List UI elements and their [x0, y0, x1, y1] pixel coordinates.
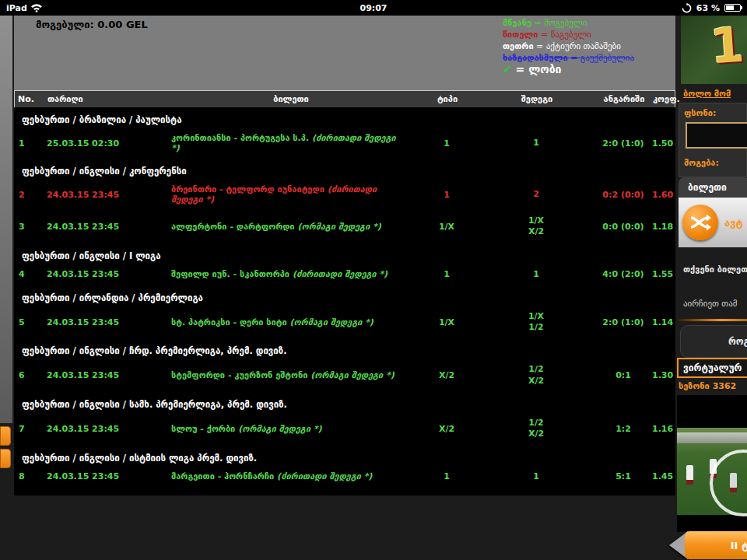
bet-score: 5:1: [594, 471, 652, 481]
bet-result: 1/2 X/2: [478, 418, 594, 440]
match-teams: კორინთიანსი - პორტუგესა ს.პ.: [171, 133, 312, 143]
bet-row[interactable]: 224.03.15 23:45ბრეინთრი - ტელფორდ იუნაიტ…: [14, 179, 675, 210]
winnings-summary: მოგებული: 0.00 GEL: [36, 19, 148, 30]
bet-row[interactable]: 424.03.15 23:45შეფილდ იუნ. - სკანთორპი (…: [14, 264, 675, 285]
legend-item: მწვანე = მოგებული: [503, 17, 634, 29]
bet-coef: 1.14: [652, 317, 678, 327]
bet-row[interactable]: 125.03.15 02:30კორინთიანსი - პორტუგესა ს…: [14, 128, 675, 159]
bet-number: 3: [14, 222, 42, 232]
bet-date: 24.03.15 23:45: [42, 471, 165, 481]
bet-date: 24.03.15 23:45: [42, 317, 165, 327]
legend-definition: = წაგებული: [538, 30, 591, 40]
bet-number: 5: [14, 317, 42, 327]
bet-row[interactable]: 624.03.15 23:45სტემფორდი - კუერზონ ეშტონ…: [14, 359, 675, 392]
bet-date: 24.03.15 23:45: [42, 222, 165, 232]
legend-definition: = მოგებული: [531, 18, 587, 28]
color-legend: მწვანე = მოგებულიწითელი = წაგებულითეთრი …: [503, 17, 634, 75]
bet-pick: 1: [416, 471, 478, 481]
league-header: ფეხბურთი / ირლანდია / პრემიერლიგა: [14, 285, 675, 306]
battery-percent: 63 %: [696, 3, 720, 13]
bet-score: 4:0 (2:0): [594, 269, 652, 279]
bet-row[interactable]: 724.03.15 23:45სლოუ - ქორბი (ორმაგი შედე…: [14, 412, 675, 446]
bet-row[interactable]: 524.03.15 23:45სტ. პატრიკსი - დერი სიტი …: [14, 306, 675, 339]
bet-match: კორინთიანსი - პორტუგესა ს.პ. (ძირითადი შ…: [165, 133, 416, 153]
bet-number: 2: [14, 190, 42, 200]
bet-coef: 1.30: [652, 370, 678, 380]
shuffle-icon[interactable]: [682, 205, 718, 240]
bet-match: ალფერტონი - დარტფორდი (ორმაგი შედეგი *): [165, 222, 416, 232]
bet-type-note: (ორმაგი შედეგი *): [238, 424, 321, 434]
win-label: მოგება:: [684, 158, 719, 168]
league-header: ფეხბურთი / ბრაზილია / პაულისტა: [14, 107, 675, 128]
bet-score: 2:0 (1:0): [594, 138, 652, 149]
bet-pick: X/2: [416, 424, 478, 434]
check-icon: ✔: [503, 63, 512, 75]
last-winners-link[interactable]: ბოლო მომ: [683, 89, 731, 99]
bet-number: 7: [14, 424, 42, 434]
bet-result: 1: [478, 269, 594, 280]
bet-score: 1:2: [594, 424, 652, 434]
legend-item: ხაზგადასმული = გაუქმებულია: [503, 52, 634, 64]
bet-coef: 1.18: [652, 222, 678, 232]
auto-bet-panel[interactable]: ავტ: [679, 198, 747, 247]
bottom-banner[interactable]: II ტ: [685, 531, 747, 559]
league-header: ფეხბურთი / ინგლისი / ჩრდ. პრემიერლიგა, პ…: [14, 338, 675, 359]
left-edge-tab-2[interactable]: [0, 449, 11, 468]
bet-pick: 1/X: [416, 222, 478, 232]
left-edge-tab-1[interactable]: [0, 426, 11, 446]
legend-definition: = აქტიური თამაშები: [534, 41, 621, 51]
bet-result: 1/2 X/2: [478, 364, 594, 387]
promo-banner-image[interactable]: 1: [681, 16, 747, 84]
bet-pick: 1: [416, 138, 478, 149]
bet-score: 0:2 (0:0): [594, 190, 652, 200]
league-header: ფეხბურთი / ინგლისი / ისტმიის ლიგა პრემ. …: [14, 446, 675, 466]
status-bar: iPad 09:07 63 %: [0, 0, 747, 16]
bet-coef: 1.45: [652, 471, 678, 481]
how-to-play-button[interactable]: როგ: [680, 325, 747, 358]
bet-date: 24.03.15 23:45: [42, 424, 165, 434]
ticket-tab[interactable]: ბილეთი: [679, 177, 747, 198]
column-header: შედეგი: [479, 94, 595, 104]
bet-coef: 1.60: [652, 190, 678, 200]
match-teams: ალფერტონი - დარტფორდი: [171, 222, 297, 232]
bet-match: ბრეინთრი - ტელფორდ იუნაიტედი (ძირითადი შ…: [165, 184, 416, 205]
pitch-image: [677, 428, 747, 515]
bet-result: 1/X X/2: [478, 215, 594, 238]
video-thumbnail[interactable]: [677, 395, 747, 532]
bet-row[interactable]: 824.03.15 23:45მარგეითი - ჰორნჩარჩი (ძირ…: [14, 466, 675, 488]
season-label: სეზონი 3362: [679, 381, 736, 391]
bet-row[interactable]: 324.03.15 23:45ალფერტონი - დარტფორდი (ორ…: [14, 210, 675, 243]
legend-term: თეთრი: [503, 41, 534, 51]
column-header: ტიპი: [416, 94, 479, 104]
bet-score: 0:0 (0:0): [594, 222, 652, 232]
legend-definition: = ლობი: [512, 63, 562, 75]
match-teams: სტემფორდი - კუერზონ ეშტონი: [171, 370, 310, 380]
winnings-label: მოგებული:: [36, 19, 94, 30]
bet-number: 8: [14, 471, 42, 481]
legend-item: ✔ = ლობი: [503, 64, 634, 75]
player-figure: [686, 465, 693, 481]
bet-pick: 1: [416, 269, 478, 279]
stake-input[interactable]: [686, 122, 747, 149]
bet-match: შეფილდ იუნ. - სკანთორპი (ძირითადი შედეგი…: [165, 269, 416, 279]
column-header: No.: [15, 94, 43, 104]
bet-match: სტ. პატრიკსი - დერი სიტი (ორმაგი შედეგი …: [165, 317, 416, 327]
bet-result: 1/X 1/2: [478, 311, 594, 334]
your-ticket-label: თქვენი ბილეთ: [683, 264, 747, 275]
match-teams: მარგეითი - ჰორნჩარჩი: [171, 471, 277, 481]
bet-score: 0:1: [594, 370, 652, 380]
table-header: No.თარიღიბილეთიტიპიშედეგიანგარიშიკოეფ.: [14, 90, 675, 107]
bet-number: 4: [14, 269, 42, 279]
bet-result: 1: [478, 471, 594, 482]
clock: 09:07: [0, 3, 747, 13]
summary-panel: მოგებული: 0.00 GEL მწვანე = მოგებულიწითე…: [14, 16, 675, 90]
bet-type-note: (ძირითადი შედეგი *): [293, 269, 388, 279]
bet-result: 1: [478, 138, 594, 149]
column-header: ბილეთი: [166, 94, 416, 104]
legend-item: თეთრი = აქტიური თამაშები: [503, 40, 634, 52]
bet-score: 2:0 (1:0): [594, 317, 652, 327]
virtual-button[interactable]: ვირტუალურ: [677, 358, 747, 378]
bet-match: სტემფორდი - კუერზონ ეშტონი (ორმაგი შედეგ…: [165, 370, 416, 380]
bet-number: 6: [14, 370, 42, 380]
bet-pick: X/2: [416, 370, 478, 380]
